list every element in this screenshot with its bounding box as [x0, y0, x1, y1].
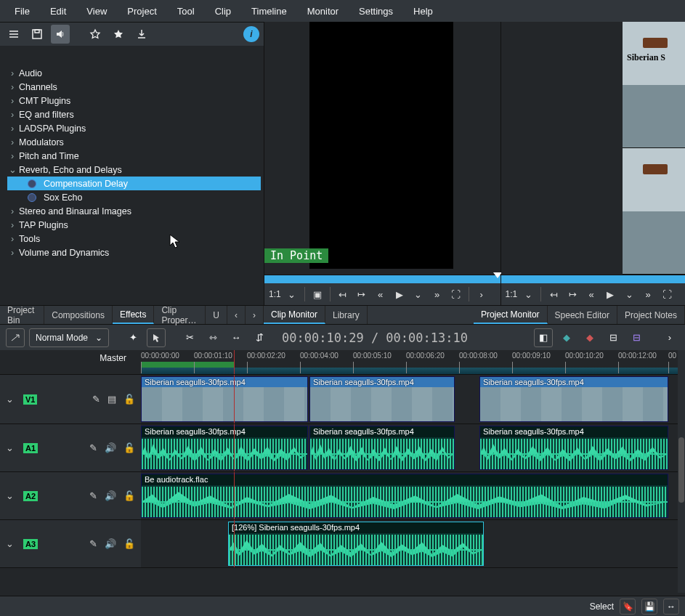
- tab-compositions[interactable]: Compositions: [44, 306, 113, 324]
- clip-audio[interactable]: Siberian seagulls-30fps.mp4: [309, 426, 455, 470]
- tree-item-ladspa[interactable]: ›LADSPA Plugins: [7, 121, 261, 135]
- tree-item-reverb[interactable]: ⌄Reverb, Echo and Delays: [7, 163, 261, 177]
- lock-icon[interactable]: 🔓: [123, 490, 135, 501]
- project-monitor-ruler[interactable]: [501, 275, 685, 283]
- main-effects-icon[interactable]: [4, 25, 23, 44]
- tree-item-channels[interactable]: ›Channels: [7, 80, 261, 94]
- download-icon[interactable]: [132, 25, 151, 44]
- playhead[interactable]: [234, 350, 235, 374]
- effect-icon[interactable]: ✎: [89, 490, 97, 501]
- clip-audio[interactable]: Siberian seagulls-30fps.mp4: [479, 426, 668, 470]
- marker-red-icon[interactable]: ◆: [580, 328, 599, 347]
- effect-icon[interactable]: ✎: [89, 538, 97, 549]
- mark-out-icon[interactable]: ↦: [564, 286, 580, 302]
- effect-icon[interactable]: ✎: [89, 442, 97, 453]
- mute-icon[interactable]: 🔊: [105, 442, 116, 453]
- clip-audio[interactable]: Siberian seagulls-30fps.mp4: [141, 426, 308, 470]
- audio-icon[interactable]: [51, 25, 70, 44]
- crop-icon[interactable]: ⛶: [448, 286, 464, 302]
- save-icon[interactable]: 💾: [641, 599, 657, 615]
- cut-icon[interactable]: ✂: [180, 328, 199, 347]
- tree-item-cmt[interactable]: ›CMT Plugins: [7, 94, 261, 108]
- effects-tree[interactable]: ›Audio ›Channels ›CMT Plugins ›EQ and fi…: [0, 46, 264, 262]
- mark-in-icon[interactable]: ↤: [335, 286, 351, 302]
- menu-project[interactable]: Project: [118, 3, 165, 20]
- info-icon[interactable]: i: [243, 26, 259, 42]
- track-body[interactable]: Siberian seagulls-30fps.mp4 Fade in/Tran…: [141, 375, 685, 423]
- menu-help[interactable]: Help: [405, 3, 442, 20]
- lock-icon[interactable]: 🔓: [123, 394, 135, 405]
- tree-item-pitch[interactable]: ›Pitch and Time: [7, 149, 261, 163]
- overflow-icon[interactable]: ›: [660, 328, 679, 347]
- collapse-icon[interactable]: ⌄: [6, 442, 17, 454]
- tab-speech-editor[interactable]: Speech Editor: [548, 306, 617, 324]
- film-icon[interactable]: ▤: [108, 394, 116, 405]
- menu-clip[interactable]: Clip: [206, 3, 240, 20]
- clip-video[interactable]: Siberian seagulls-30fps.mp4: [479, 376, 668, 422]
- tree-item-stereo[interactable]: ›Stereo and Binaural Images: [7, 204, 261, 218]
- tab-project-bin[interactable]: Project Bin: [0, 306, 44, 324]
- track-body[interactable]: Be audiotrack.flac: [141, 472, 685, 519]
- expand-icon[interactable]: ↔: [663, 599, 679, 615]
- more-icon[interactable]: ›: [474, 286, 490, 302]
- magic-wand-icon[interactable]: ✦: [123, 328, 142, 347]
- menu-file[interactable]: File: [6, 3, 38, 20]
- pointer-tool-icon[interactable]: [147, 328, 166, 347]
- marker-blue-icon[interactable]: ◆: [557, 328, 576, 347]
- save-icon[interactable]: [28, 25, 46, 44]
- tree-leaf-soxecho[interactable]: Sox Echo: [7, 190, 261, 204]
- crop-icon[interactable]: ⛶: [659, 286, 675, 302]
- star-outline-icon[interactable]: [86, 25, 105, 44]
- tab-project-monitor[interactable]: Project Monitor: [474, 306, 548, 324]
- timecode-display[interactable]: 00:00:10:29 / 00:00:13:10: [273, 331, 477, 345]
- tree-item-tools[interactable]: ›Tools: [7, 232, 261, 246]
- clip-monitor-ruler[interactable]: [264, 275, 500, 283]
- tree-item-tap[interactable]: ›TAP Plugins: [7, 218, 261, 232]
- lock-icon[interactable]: 🔓: [123, 538, 135, 549]
- track-name[interactable]: A3: [23, 539, 38, 549]
- clip-audio[interactable]: [126%] Siberian seagulls-30fps.mp4: [228, 522, 484, 566]
- tab-scroll-left-icon[interactable]: ‹: [227, 306, 246, 324]
- mark-in-icon[interactable]: ↤: [546, 286, 562, 302]
- tab-overflow[interactable]: U: [206, 306, 227, 324]
- zoom-label[interactable]: 1:1: [269, 289, 281, 299]
- chevron-down-icon[interactable]: ⌄: [410, 286, 426, 302]
- track-name[interactable]: A1: [23, 443, 38, 453]
- fit-zoom-icon[interactable]: ↔: [227, 328, 246, 347]
- fast-forward-icon[interactable]: »: [429, 286, 445, 302]
- fullscreen-icon[interactable]: ▣: [309, 286, 325, 302]
- collapse-icon[interactable]: ⌄: [6, 538, 17, 550]
- effect-icon[interactable]: ✎: [92, 394, 100, 405]
- track-name[interactable]: A2: [23, 491, 38, 501]
- clip-video[interactable]: Siberian seagulls-30fps.mp4 Fade in/Tran…: [141, 376, 308, 422]
- collapse-icon[interactable]: ⌄: [6, 394, 17, 405]
- clip-video[interactable]: Siberian seagulls-30fps.mp4: [309, 376, 455, 422]
- menu-monitor[interactable]: Monitor: [299, 3, 347, 20]
- mute-icon[interactable]: 🔊: [105, 538, 116, 549]
- edit-mode-dropdown[interactable]: Normal Mode ⌄: [29, 328, 109, 347]
- timeline-ruler[interactable]: 00:00:00:00 00:00:01:10 00:00:02:20 00:0…: [141, 350, 685, 374]
- menu-edit[interactable]: Edit: [41, 3, 75, 20]
- tab-library[interactable]: Library: [325, 306, 368, 324]
- zoom-label[interactable]: 1:1: [506, 289, 518, 299]
- track-body[interactable]: [126%] Siberian seagulls-30fps.mp4: [141, 520, 685, 567]
- tree-item-audio[interactable]: ›Audio: [7, 66, 261, 80]
- color-tag-icon[interactable]: 🔖: [620, 599, 636, 615]
- tab-scroll-right-icon[interactable]: ›: [246, 306, 264, 324]
- menu-timeline[interactable]: Timeline: [243, 3, 296, 20]
- clip-audio[interactable]: Be audiotrack.flac: [141, 474, 668, 518]
- menu-view[interactable]: View: [78, 3, 115, 20]
- split-icon[interactable]: ⇵: [250, 328, 269, 347]
- spacer-icon[interactable]: ⇿: [203, 328, 222, 347]
- favorite-effect-icon[interactable]: ◧: [534, 328, 553, 347]
- clip-monitor-view[interactable]: [309, 22, 453, 269]
- menu-tool[interactable]: Tool: [169, 3, 203, 20]
- play-icon[interactable]: ▶: [602, 286, 618, 302]
- tab-clip-monitor[interactable]: Clip Monitor: [264, 306, 325, 324]
- rewind-icon[interactable]: «: [373, 286, 389, 302]
- tree-item-eq[interactable]: ›EQ and filters: [7, 108, 261, 121]
- menu-settings[interactable]: Settings: [350, 3, 402, 20]
- track-compositing-icon[interactable]: [6, 328, 25, 347]
- guide-icon[interactable]: ⊟: [604, 328, 623, 347]
- fast-forward-icon[interactable]: »: [640, 286, 656, 302]
